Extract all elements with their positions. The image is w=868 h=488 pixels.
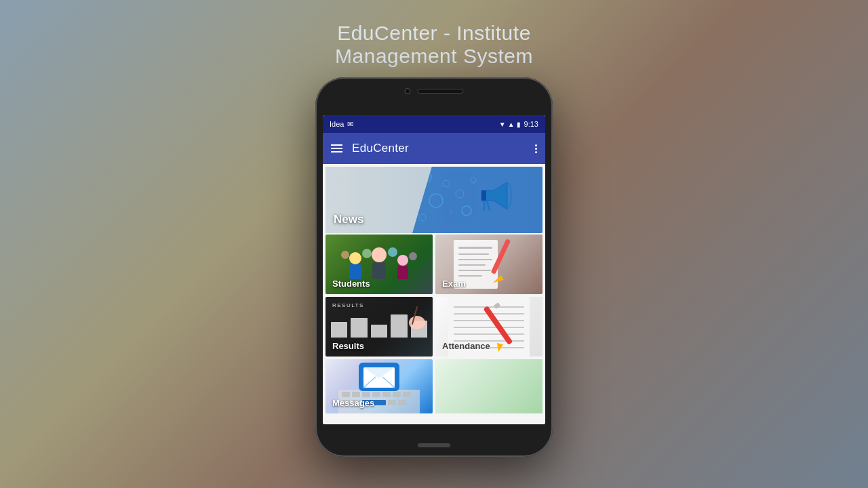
students-label: Students — [332, 279, 370, 289]
phone-home-button[interactable] — [418, 443, 450, 447]
svg-rect-58 — [388, 400, 396, 405]
svg-rect-59 — [398, 400, 406, 405]
news-tile[interactable]: ∑ π ∞ — [326, 167, 542, 233]
svg-rect-31 — [458, 275, 482, 277]
svg-point-1 — [443, 180, 450, 187]
hamburger-line-3 — [331, 151, 342, 152]
svg-rect-27 — [458, 253, 489, 255]
chart-bar-2 — [351, 318, 367, 338]
grid-row-1: Students — [323, 235, 545, 294]
svg-rect-49 — [352, 392, 360, 397]
svg-rect-51 — [372, 392, 380, 397]
status-right: ▼ ▲ ▮ 9:13 — [499, 120, 538, 128]
messages-tile[interactable]: Messages — [326, 359, 433, 413]
svg-rect-11 — [481, 190, 486, 201]
svg-text:π: π — [450, 210, 453, 215]
svg-rect-48 — [342, 392, 350, 397]
wifi-icon: ▼ — [499, 121, 506, 128]
svg-rect-28 — [458, 259, 492, 260]
page-title-line2: Management System — [335, 45, 533, 68]
grid-row-2: RESULTS Results — [323, 297, 545, 357]
svg-rect-18 — [349, 264, 361, 279]
results-label: Results — [332, 341, 364, 351]
hamburger-line-2 — [331, 148, 342, 149]
signal-icon: ▲ — [508, 121, 515, 128]
page-background: EduCenter - Institute Management System … — [0, 0, 868, 488]
exam-tile[interactable]: Exam — [435, 235, 542, 294]
messages-label: Messages — [332, 398, 374, 408]
svg-rect-16 — [372, 262, 386, 279]
page-title-area: EduCenter - Institute Management System — [335, 22, 533, 68]
svg-point-2 — [429, 194, 443, 207]
svg-point-24 — [409, 252, 417, 260]
svg-rect-20 — [397, 266, 408, 279]
grid-row-3: Messages — [323, 359, 545, 413]
attendance-label: Attendance — [442, 341, 490, 351]
news-label: News — [334, 213, 363, 226]
speaker-grille — [418, 89, 464, 94]
svg-rect-26 — [458, 247, 492, 249]
svg-point-22 — [388, 247, 397, 257]
svg-line-14 — [487, 201, 490, 209]
svg-rect-53 — [393, 392, 401, 397]
chart-bar-3 — [371, 325, 387, 338]
hamburger-line-1 — [331, 144, 342, 146]
attendance-tile[interactable]: Attendance — [435, 297, 542, 357]
partial-tile[interactable] — [435, 359, 542, 413]
svg-point-5 — [462, 206, 471, 216]
svg-rect-52 — [382, 392, 391, 397]
svg-rect-54 — [403, 392, 411, 397]
phone-top-hardware — [405, 88, 464, 94]
chart-hand — [407, 304, 427, 333]
svg-point-23 — [341, 251, 349, 259]
exam-label: Exam — [442, 279, 466, 289]
news-banner-wrapper: ∑ π ∞ — [323, 164, 545, 235]
carrier-label: Idea — [330, 120, 344, 128]
hamburger-menu-button[interactable] — [331, 144, 342, 152]
front-camera — [405, 88, 411, 94]
app-content: ∑ π ∞ — [323, 164, 545, 424]
results-chart-area — [331, 309, 427, 338]
svg-rect-50 — [362, 392, 370, 397]
chart-bar-1 — [331, 322, 347, 338]
svg-point-19 — [397, 255, 408, 266]
svg-text:∞: ∞ — [439, 184, 442, 188]
status-bar: Idea ✉ ▼ ▲ ▮ 9:13 — [323, 115, 545, 133]
email-icon: ✉ — [347, 120, 353, 129]
svg-point-34 — [409, 316, 425, 329]
page-title-line1: EduCenter - Institute — [335, 22, 533, 45]
svg-point-15 — [372, 247, 387, 262]
svg-point-3 — [456, 190, 464, 198]
svg-point-6 — [419, 214, 426, 221]
chart-bar-4 — [391, 314, 407, 338]
status-left: Idea ✉ — [330, 120, 353, 129]
phone-mockup: Idea ✉ ▼ ▲ ▮ 9:13 EduCenter — [315, 77, 553, 457]
app-bar: EduCenter — [323, 133, 545, 164]
partial-tile-bg — [435, 359, 542, 413]
more-options-button[interactable] — [535, 144, 537, 153]
megaphone-icon — [475, 177, 512, 217]
time-label: 9:13 — [524, 120, 538, 128]
results-heading: RESULTS — [332, 302, 364, 308]
app-bar-title: EduCenter — [352, 142, 526, 155]
students-tile[interactable]: Students — [326, 235, 433, 294]
svg-point-17 — [349, 252, 361, 264]
results-tile[interactable]: RESULTS Results — [326, 297, 433, 357]
battery-icon: ▮ — [517, 121, 521, 128]
svg-rect-30 — [458, 270, 491, 271]
phone-screen: Idea ✉ ▼ ▲ ▮ 9:13 EduCenter — [323, 115, 545, 424]
svg-point-21 — [362, 249, 372, 258]
svg-rect-29 — [458, 264, 486, 266]
